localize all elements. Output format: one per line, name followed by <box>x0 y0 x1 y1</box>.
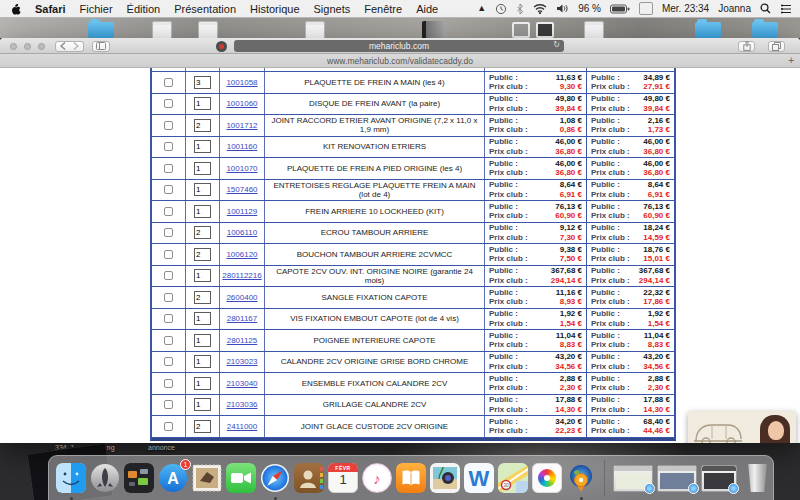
address-bar[interactable]: mehariclub.com ↻ <box>234 40 564 52</box>
minimized-window-thumbnail[interactable] <box>613 465 653 492</box>
part-number-link[interactable]: 1006120 <box>226 250 257 259</box>
quantity-input[interactable] <box>194 140 211 153</box>
new-tab-button[interactable]: + <box>788 55 794 66</box>
row-checkbox[interactable] <box>164 357 173 366</box>
part-number-link[interactable]: 2801167 <box>227 314 258 323</box>
finder-icon[interactable] <box>56 463 86 493</box>
input-source-icon[interactable] <box>639 2 653 15</box>
menu-fenetre[interactable]: Fenêtre <box>364 3 402 15</box>
row-checkbox[interactable] <box>164 121 173 130</box>
show-tabs-button[interactable] <box>768 41 785 52</box>
desktop-notebook-icon[interactable] <box>422 21 446 38</box>
zoom-window-button[interactable] <box>38 43 45 50</box>
maps-icon[interactable]: 30 <box>498 463 528 493</box>
menu-edition[interactable]: Édition <box>127 3 161 15</box>
volume-icon[interactable] <box>556 3 569 14</box>
menu-fichier[interactable]: Fichier <box>80 3 113 15</box>
forward-button[interactable] <box>69 41 84 52</box>
desktop-folder-icon[interactable] <box>695 22 721 38</box>
desktop-folder-icon[interactable] <box>88 22 114 38</box>
desktop-document-icon[interactable] <box>584 21 604 38</box>
quantity-input[interactable] <box>194 334 211 347</box>
quantity-input[interactable] <box>194 420 211 433</box>
contacts-icon[interactable] <box>294 463 324 493</box>
row-checkbox[interactable] <box>164 422 173 431</box>
part-number-link[interactable]: 2103023 <box>226 357 257 366</box>
part-number-link[interactable]: 1001129 <box>227 207 258 216</box>
desktop-document-icon[interactable] <box>152 21 172 38</box>
notification-center-icon[interactable] <box>780 4 792 14</box>
row-checkbox[interactable] <box>164 164 173 173</box>
word-icon[interactable]: W <box>464 463 494 493</box>
calendar-icon[interactable]: FÉVR 1 <box>328 463 358 493</box>
quantity-input[interactable] <box>194 269 211 282</box>
row-checkbox[interactable] <box>164 336 173 345</box>
quantity-input[interactable] <box>194 377 211 390</box>
row-checkbox[interactable] <box>164 99 173 108</box>
reload-icon[interactable]: ↻ <box>553 40 560 49</box>
desktop-file-label[interactable]: annonce <box>148 444 175 451</box>
desktop-document-icon[interactable] <box>198 21 218 38</box>
quantity-input[interactable] <box>194 248 211 261</box>
close-window-button[interactable] <box>10 43 17 50</box>
part-number-link[interactable]: 2411000 <box>227 422 258 431</box>
quantity-input[interactable] <box>194 119 211 132</box>
part-number-link[interactable]: 1006110 <box>227 228 258 237</box>
eject-icon[interactable]: ▲ <box>477 4 486 13</box>
quantity-input[interactable] <box>194 97 211 110</box>
active-tab-title[interactable]: www.mehariclub.com/validatecaddy.do <box>327 56 473 66</box>
row-checkbox[interactable] <box>164 78 173 87</box>
trash-icon[interactable] <box>747 464 768 492</box>
quantity-input[interactable] <box>194 205 211 218</box>
sidebar-button[interactable] <box>92 41 110 52</box>
row-checkbox[interactable] <box>164 185 173 194</box>
row-checkbox[interactable] <box>164 228 173 237</box>
row-checkbox[interactable] <box>164 293 173 302</box>
quantity-input[interactable] <box>194 291 211 304</box>
part-number-link[interactable]: 2801125 <box>227 336 258 345</box>
help-widget[interactable]: BESOIN D'AIDE ? <box>688 411 796 443</box>
row-checkbox[interactable] <box>164 250 173 259</box>
part-number-link[interactable]: 1001070 <box>226 164 257 173</box>
quantity-input[interactable] <box>194 183 211 196</box>
menu-signets[interactable]: Signets <box>314 3 351 15</box>
adblock-extension-icon[interactable] <box>216 41 227 52</box>
quantity-input[interactable] <box>194 398 211 411</box>
quantity-input[interactable] <box>194 312 211 325</box>
bluetooth-icon[interactable] <box>516 3 524 15</box>
photo-booth-icon[interactable] <box>430 463 460 493</box>
menu-historique[interactable]: Historique <box>250 3 300 15</box>
minimized-window-thumbnail[interactable] <box>701 465 737 492</box>
safari-icon[interactable] <box>260 463 290 493</box>
quantity-input[interactable] <box>194 76 211 89</box>
row-checkbox[interactable] <box>164 271 173 280</box>
user-menu[interactable]: Joanna <box>718 3 751 14</box>
ibooks-icon[interactable] <box>396 463 426 493</box>
quantity-input[interactable] <box>194 162 211 175</box>
row-checkbox[interactable] <box>164 142 173 151</box>
desktop-photo-icon[interactable] <box>512 22 530 38</box>
battery-icon[interactable] <box>610 4 630 14</box>
share-button[interactable] <box>738 41 755 52</box>
facetime-icon[interactable] <box>226 463 256 493</box>
desktop-folder-icon[interactable] <box>752 22 778 38</box>
part-number-link[interactable]: 1001058 <box>226 78 257 87</box>
part-number-link[interactable]: 1507460 <box>226 185 257 194</box>
desktop-document-icon[interactable] <box>305 21 325 38</box>
part-number-link[interactable]: 2103036 <box>226 400 257 409</box>
part-number-link[interactable]: 280112216 <box>222 271 261 280</box>
menu-aide[interactable]: Aide <box>416 3 438 15</box>
time-machine-icon[interactable] <box>495 3 507 15</box>
apple-menu[interactable] <box>10 2 21 15</box>
launchpad-icon[interactable] <box>90 463 120 493</box>
part-number-link[interactable]: 2103040 <box>226 379 257 388</box>
spotlight-icon[interactable] <box>760 3 771 14</box>
globe-pin-app-icon[interactable] <box>566 463 596 493</box>
part-number-link[interactable]: 2600400 <box>226 293 257 302</box>
wifi-icon[interactable] <box>533 3 547 14</box>
mail-stamp-icon[interactable] <box>192 463 222 493</box>
row-checkbox[interactable] <box>164 314 173 323</box>
app-store-icon[interactable]: A 1 <box>158 463 188 493</box>
photos-icon[interactable] <box>532 463 562 493</box>
menu-safari[interactable]: Safari <box>35 3 66 15</box>
